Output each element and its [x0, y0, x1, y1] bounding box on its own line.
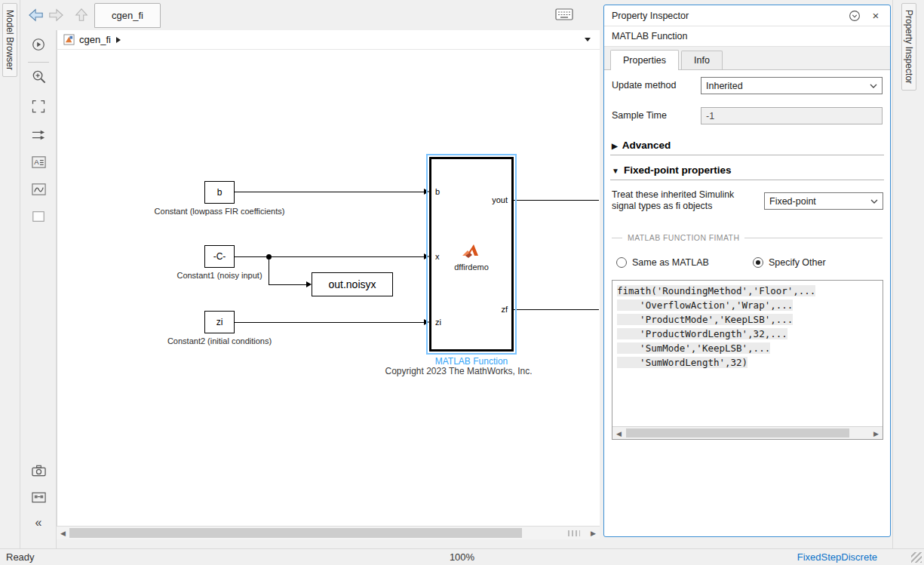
code-scroll-left-button[interactable]: ◀: [612, 427, 625, 440]
canvas-horizontal-scrollbar[interactable]: ◀ ▶: [57, 526, 600, 539]
document-tab-cgen-fi[interactable]: cgen_fi: [94, 3, 161, 28]
right-dock-rail: Property Inspector: [892, 0, 924, 548]
section-advanced-label: Advanced: [622, 140, 671, 151]
back-button[interactable]: [26, 6, 45, 23]
chevron-down-icon: [870, 84, 877, 88]
wire-zf-out[interactable]: [514, 309, 599, 310]
breadcrumb: cgen_fi: [57, 30, 600, 50]
fimath-code-line: 'ProductWordLength',32,...: [617, 328, 787, 339]
to-workspace-block[interactable]: out.noisyx: [312, 272, 393, 296]
keyboard-shortcuts-button[interactable]: [554, 7, 574, 22]
property-inspector-title: Property Inspector: [612, 11, 840, 21]
constant2-block[interactable]: zi: [204, 311, 235, 333]
fi-objects-dropdown[interactable]: Fixed-point: [764, 192, 883, 210]
section-fixed-point-label: Fixed-point properties: [624, 164, 732, 176]
section-advanced[interactable]: ▶Advanced: [604, 131, 890, 155]
constant1-label: Constant1 (noisy input): [129, 271, 310, 280]
constant-b-block[interactable]: b: [204, 181, 235, 204]
signal-viewer-button[interactable]: [30, 181, 47, 198]
tab-properties-label: Properties: [623, 55, 666, 66]
fi-objects-label: Treat these inherited Simulink signal ty…: [612, 189, 734, 212]
wire-zi-to-fn[interactable]: [235, 322, 424, 323]
section-fixed-point[interactable]: ▼Fixed-point properties: [604, 155, 890, 180]
fimath-code-editor[interactable]: fimath('RoundingMethod','Floor',... 'Ove…: [612, 280, 883, 440]
tab-properties[interactable]: Properties: [610, 50, 679, 70]
code-scroll-thumb[interactable]: [626, 428, 849, 438]
fimath-code-line: 'SumMode','KeepLSB',...: [617, 342, 770, 354]
breadcrumb-dropdown-icon[interactable]: [585, 38, 591, 41]
up-to-parent-button[interactable]: [72, 6, 91, 23]
double-chevron-left-icon: «: [35, 516, 42, 530]
keyboard-icon: [555, 8, 573, 20]
subsystem-button[interactable]: [30, 208, 47, 225]
circle-arrow-icon: [31, 37, 46, 52]
model-canvas[interactable]: b Constant (lowpass FIR coefficients) -C…: [57, 50, 600, 526]
sample-time-label: Sample Time: [612, 110, 667, 121]
model-file-icon: [63, 34, 75, 45]
scroll-left-button[interactable]: ◀: [57, 527, 69, 539]
update-method-dropdown[interactable]: Inherited: [701, 77, 883, 94]
wire-x-arrowhead: [424, 253, 429, 259]
top-bar: cgen_fi: [20, 0, 600, 30]
specify-other-radio[interactable]: [753, 257, 763, 268]
splitter-grip[interactable]: [568, 530, 580, 536]
zoom-in-button[interactable]: [30, 68, 47, 84]
annotation-icon: A: [31, 155, 47, 170]
fimath-group-label: MATLAB FUNCTION FIMATH: [628, 233, 739, 242]
wire-branch-vertical[interactable]: [269, 256, 269, 284]
fi-objects-value: Fixed-point: [769, 196, 816, 207]
wire-branch-to-workspace[interactable]: [269, 284, 306, 285]
status-solver-link[interactable]: FixedStepDiscrete: [797, 551, 877, 563]
fimath-group-header: MATLAB FUNCTION FIMATH: [612, 233, 883, 242]
code-scroll-right-button[interactable]: ▶: [870, 427, 883, 440]
property-inspector-rail-tab[interactable]: Property Inspector: [901, 3, 916, 91]
sample-time-value: -1: [706, 111, 714, 121]
constant1-value: -C-: [213, 251, 226, 262]
left-dock-rail: Model Browser: [0, 0, 20, 548]
wire-b-to-fn[interactable]: [235, 192, 424, 192]
code-horizontal-scrollbar[interactable]: ◀ ▶: [612, 426, 883, 439]
window-resize-grip[interactable]: [911, 552, 922, 563]
double-right-arrows-icon: [31, 128, 46, 142]
scroll-right-button[interactable]: ▶: [587, 527, 600, 539]
matlab-function-block-label[interactable]: MATLAB Function: [381, 356, 562, 367]
inspector-tab-bar: Properties Info: [604, 47, 890, 70]
fimath-code-line: 'OverflowAction','Wrap',...: [617, 299, 793, 311]
copyright-annotation: Copyright 2023 The MathWorks, Inc.: [353, 366, 564, 376]
model-browser-rail-tab[interactable]: Model Browser: [2, 3, 17, 77]
update-diagram-button[interactable]: [30, 127, 47, 143]
constant-b-value: b: [217, 187, 223, 198]
panel-close-button[interactable]: ×: [869, 9, 883, 23]
wire-x-to-fn[interactable]: [235, 256, 424, 257]
inspected-block-name: MATLAB Function: [604, 26, 890, 47]
wire-yout-out[interactable]: [514, 200, 599, 201]
tab-info[interactable]: Info: [681, 51, 723, 69]
up-arrow-icon: [74, 8, 89, 23]
fimath-code-text[interactable]: fimath('RoundingMethod','Floor',... 'Ove…: [612, 281, 883, 373]
status-bar: Ready 100% FixedStepDiscrete: [0, 548, 924, 565]
model-data-button[interactable]: [30, 489, 47, 505]
fi-objects-label-line2: signal types as fi objects: [612, 201, 734, 212]
screenshot-button[interactable]: [30, 462, 47, 478]
breadcrumb-expand-icon[interactable]: [116, 37, 121, 43]
model-browser-rail-label: Model Browser: [5, 10, 15, 70]
annotation-button[interactable]: A: [30, 154, 47, 170]
signal-wave-icon: [31, 182, 47, 197]
property-inspector-rail-label: Property Inspector: [904, 10, 914, 84]
collapse-toolbar-button[interactable]: «: [30, 514, 47, 531]
same-as-matlab-radio[interactable]: [616, 257, 627, 268]
fimath-code-line: 'ProductMode','KeepLSB',...: [617, 314, 793, 325]
canvas-scroll-thumb[interactable]: [69, 528, 522, 538]
port-in-b: b: [435, 187, 440, 196]
panel-menu-button[interactable]: [848, 9, 861, 23]
hide-explorer-button[interactable]: [30, 36, 47, 53]
forward-button[interactable]: [46, 6, 65, 23]
canvas-tool-strip: A «: [20, 30, 57, 548]
fit-to-view-button[interactable]: [30, 98, 47, 115]
constant1-block[interactable]: -C-: [204, 245, 235, 268]
fimath-code-line: 'SumWordLength',32): [617, 357, 747, 368]
sample-time-field[interactable]: -1: [701, 107, 883, 124]
breadcrumb-model-name[interactable]: cgen_fi: [79, 34, 111, 45]
matlab-function-badge: dffirdemo: [431, 244, 511, 272]
matlab-function-block[interactable]: b x zi yout zf dffirdemo: [429, 157, 514, 352]
